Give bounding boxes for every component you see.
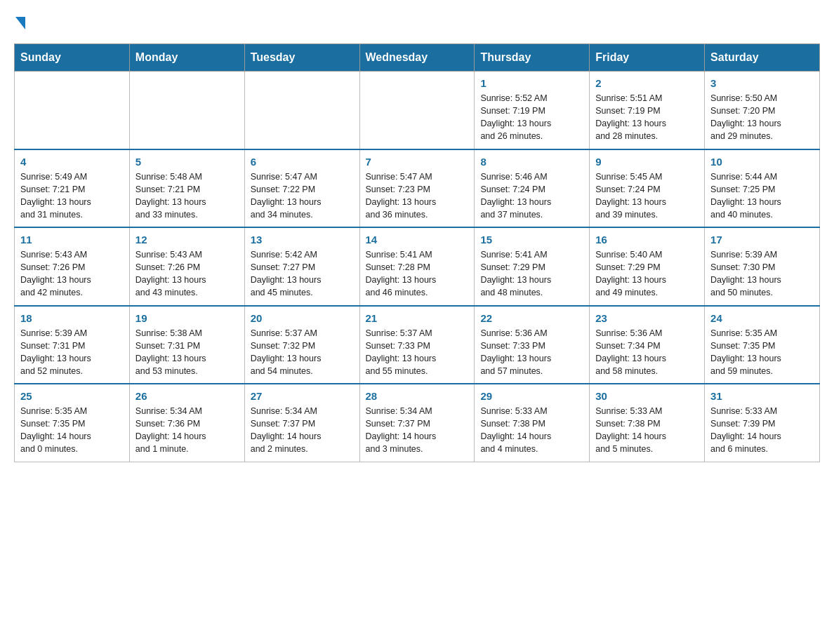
calendar-day-cell: 4Sunrise: 5:49 AMSunset: 7:21 PMDaylight… — [15, 149, 130, 228]
day-of-week-header: Friday — [590, 44, 705, 72]
day-info: Sunrise: 5:39 AMSunset: 7:30 PMDaylight:… — [710, 248, 814, 300]
calendar-day-cell: 27Sunrise: 5:34 AMSunset: 7:37 PMDayligh… — [244, 384, 359, 462]
day-number: 15 — [480, 234, 583, 246]
day-info: Sunrise: 5:45 AMSunset: 7:24 PMDaylight:… — [595, 170, 699, 222]
day-of-week-header: Wednesday — [359, 44, 475, 72]
calendar-day-cell: 28Sunrise: 5:34 AMSunset: 7:37 PMDayligh… — [359, 384, 475, 462]
day-number: 29 — [480, 390, 583, 402]
day-number: 13 — [251, 234, 354, 246]
day-info: Sunrise: 5:47 AMSunset: 7:22 PMDaylight:… — [251, 170, 354, 222]
calendar-day-cell: 29Sunrise: 5:33 AMSunset: 7:38 PMDayligh… — [475, 384, 590, 462]
day-info: Sunrise: 5:34 AMSunset: 7:36 PMDaylight:… — [135, 405, 239, 456]
calendar-day-cell: 30Sunrise: 5:33 AMSunset: 7:38 PMDayligh… — [590, 384, 705, 462]
calendar-day-cell: 6Sunrise: 5:47 AMSunset: 7:22 PMDaylight… — [244, 149, 359, 228]
day-info: Sunrise: 5:35 AMSunset: 7:35 PMDaylight:… — [20, 405, 124, 456]
day-info: Sunrise: 5:43 AMSunset: 7:26 PMDaylight:… — [20, 248, 124, 300]
day-info: Sunrise: 5:46 AMSunset: 7:24 PMDaylight:… — [480, 170, 583, 222]
day-info: Sunrise: 5:44 AMSunset: 7:25 PMDaylight:… — [710, 170, 814, 222]
day-number: 9 — [595, 156, 699, 168]
day-number: 1 — [480, 77, 583, 89]
calendar-day-cell: 21Sunrise: 5:37 AMSunset: 7:33 PMDayligh… — [359, 306, 475, 384]
day-info: Sunrise: 5:50 AMSunset: 7:20 PMDaylight:… — [710, 92, 814, 143]
day-info: Sunrise: 5:33 AMSunset: 7:39 PMDaylight:… — [710, 405, 814, 456]
calendar-day-cell: 19Sunrise: 5:38 AMSunset: 7:31 PMDayligh… — [129, 306, 244, 384]
day-number: 17 — [710, 234, 814, 246]
logo — [14, 14, 51, 29]
calendar-day-cell: 7Sunrise: 5:47 AMSunset: 7:23 PMDaylight… — [359, 149, 475, 228]
day-of-week-header: Monday — [129, 44, 244, 72]
day-info: Sunrise: 5:37 AMSunset: 7:32 PMDaylight:… — [251, 327, 354, 378]
calendar-week-row: 1Sunrise: 5:52 AMSunset: 7:19 PMDaylight… — [15, 72, 820, 149]
calendar-day-cell: 1Sunrise: 5:52 AMSunset: 7:19 PMDaylight… — [475, 72, 590, 149]
calendar-day-cell: 14Sunrise: 5:41 AMSunset: 7:28 PMDayligh… — [359, 227, 475, 306]
calendar-day-cell: 15Sunrise: 5:41 AMSunset: 7:29 PMDayligh… — [475, 227, 590, 306]
calendar-day-cell: 8Sunrise: 5:46 AMSunset: 7:24 PMDaylight… — [475, 149, 590, 228]
day-info: Sunrise: 5:39 AMSunset: 7:31 PMDaylight:… — [20, 327, 124, 378]
day-number: 18 — [20, 312, 124, 324]
day-number: 3 — [710, 77, 814, 89]
calendar-day-cell: 11Sunrise: 5:43 AMSunset: 7:26 PMDayligh… — [15, 227, 130, 306]
day-of-week-header: Tuesday — [244, 44, 359, 72]
calendar-day-cell: 26Sunrise: 5:34 AMSunset: 7:36 PMDayligh… — [129, 384, 244, 462]
calendar-day-cell — [129, 72, 244, 149]
calendar-day-cell: 16Sunrise: 5:40 AMSunset: 7:29 PMDayligh… — [590, 227, 705, 306]
calendar-day-cell: 13Sunrise: 5:42 AMSunset: 7:27 PMDayligh… — [244, 227, 359, 306]
day-number: 20 — [251, 312, 354, 324]
calendar-day-cell: 31Sunrise: 5:33 AMSunset: 7:39 PMDayligh… — [705, 384, 820, 462]
day-info: Sunrise: 5:51 AMSunset: 7:19 PMDaylight:… — [595, 92, 699, 143]
day-of-week-header: Saturday — [705, 44, 820, 72]
calendar-day-cell: 3Sunrise: 5:50 AMSunset: 7:20 PMDaylight… — [705, 72, 820, 149]
day-number: 12 — [135, 234, 239, 246]
calendar-day-cell: 25Sunrise: 5:35 AMSunset: 7:35 PMDayligh… — [15, 384, 130, 462]
day-number: 16 — [595, 234, 699, 246]
day-number: 26 — [135, 390, 239, 402]
day-number: 27 — [251, 390, 354, 402]
calendar-week-row: 18Sunrise: 5:39 AMSunset: 7:31 PMDayligh… — [15, 306, 820, 384]
day-info: Sunrise: 5:40 AMSunset: 7:29 PMDaylight:… — [595, 248, 699, 300]
day-info: Sunrise: 5:35 AMSunset: 7:35 PMDaylight:… — [710, 327, 814, 378]
day-info: Sunrise: 5:47 AMSunset: 7:23 PMDaylight:… — [366, 170, 469, 222]
calendar-day-cell: 23Sunrise: 5:36 AMSunset: 7:34 PMDayligh… — [590, 306, 705, 384]
day-number: 30 — [595, 390, 699, 402]
day-number: 23 — [595, 312, 699, 324]
day-info: Sunrise: 5:36 AMSunset: 7:33 PMDaylight:… — [480, 327, 583, 378]
day-info: Sunrise: 5:41 AMSunset: 7:28 PMDaylight:… — [366, 248, 469, 300]
calendar-day-cell — [359, 72, 475, 149]
day-number: 4 — [20, 156, 124, 168]
calendar-day-cell: 12Sunrise: 5:43 AMSunset: 7:26 PMDayligh… — [129, 227, 244, 306]
calendar-day-cell: 20Sunrise: 5:37 AMSunset: 7:32 PMDayligh… — [244, 306, 359, 384]
day-number: 24 — [710, 312, 814, 324]
day-info: Sunrise: 5:38 AMSunset: 7:31 PMDaylight:… — [135, 327, 239, 378]
calendar-day-cell — [15, 72, 130, 149]
day-number: 6 — [251, 156, 354, 168]
day-number: 14 — [366, 234, 469, 246]
calendar-day-cell: 5Sunrise: 5:48 AMSunset: 7:21 PMDaylight… — [129, 149, 244, 228]
day-info: Sunrise: 5:43 AMSunset: 7:26 PMDaylight:… — [135, 248, 239, 300]
calendar-header-row: SundayMondayTuesdayWednesdayThursdayFrid… — [15, 44, 820, 72]
day-info: Sunrise: 5:41 AMSunset: 7:29 PMDaylight:… — [480, 248, 583, 300]
calendar-day-cell: 9Sunrise: 5:45 AMSunset: 7:24 PMDaylight… — [590, 149, 705, 228]
day-info: Sunrise: 5:37 AMSunset: 7:33 PMDaylight:… — [366, 327, 469, 378]
day-of-week-header: Sunday — [15, 44, 130, 72]
calendar-day-cell: 10Sunrise: 5:44 AMSunset: 7:25 PMDayligh… — [705, 149, 820, 228]
day-of-week-header: Thursday — [475, 44, 590, 72]
day-number: 11 — [20, 234, 124, 246]
day-number: 31 — [710, 390, 814, 402]
day-number: 19 — [135, 312, 239, 324]
calendar-day-cell: 17Sunrise: 5:39 AMSunset: 7:30 PMDayligh… — [705, 227, 820, 306]
calendar-table: SundayMondayTuesdayWednesdayThursdayFrid… — [14, 43, 820, 462]
calendar-day-cell: 2Sunrise: 5:51 AMSunset: 7:19 PMDaylight… — [590, 72, 705, 149]
calendar-week-row: 25Sunrise: 5:35 AMSunset: 7:35 PMDayligh… — [15, 384, 820, 462]
day-number: 21 — [366, 312, 469, 324]
day-number: 5 — [135, 156, 239, 168]
day-number: 2 — [595, 77, 699, 89]
day-number: 8 — [480, 156, 583, 168]
calendar-day-cell: 18Sunrise: 5:39 AMSunset: 7:31 PMDayligh… — [15, 306, 130, 384]
calendar-day-cell: 22Sunrise: 5:36 AMSunset: 7:33 PMDayligh… — [475, 306, 590, 384]
day-info: Sunrise: 5:49 AMSunset: 7:21 PMDaylight:… — [20, 170, 124, 222]
day-number: 10 — [710, 156, 814, 168]
page-header — [14, 14, 820, 29]
day-info: Sunrise: 5:34 AMSunset: 7:37 PMDaylight:… — [251, 405, 354, 456]
day-info: Sunrise: 5:33 AMSunset: 7:38 PMDaylight:… — [595, 405, 699, 456]
day-info: Sunrise: 5:42 AMSunset: 7:27 PMDaylight:… — [251, 248, 354, 300]
